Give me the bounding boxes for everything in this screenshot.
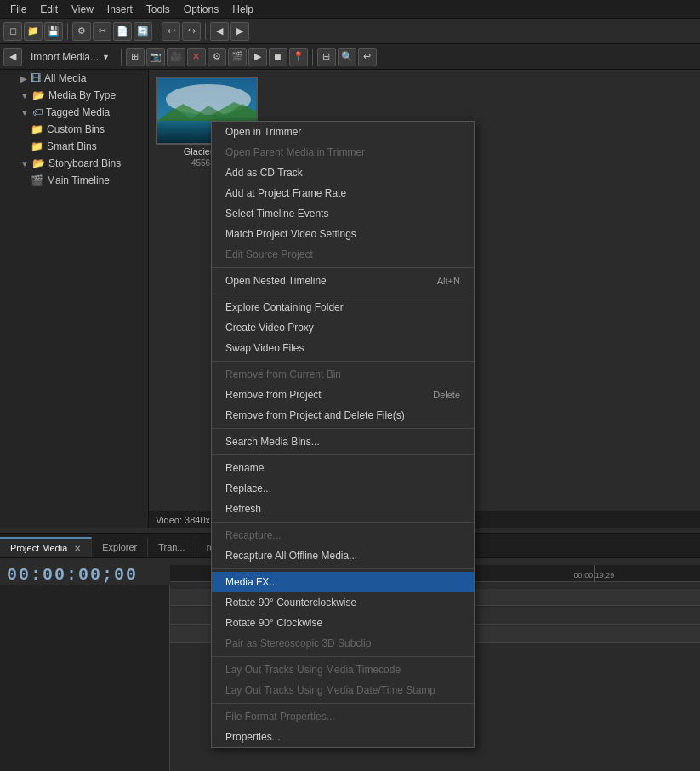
tab-transitions[interactable]: Tran... — [148, 537, 196, 557]
tb-copy[interactable]: 📄 — [113, 22, 132, 41]
ctx-refresh[interactable]: Refresh — [212, 499, 474, 519]
ctx-remove-delete-files[interactable]: Remove from Project and Delete File(s) — [212, 405, 474, 425]
ctx-properties-label: Properties... — [225, 731, 281, 743]
ctx-file-format-properties: File Format Properties... — [212, 706, 474, 727]
sidebar-item-all-media[interactable]: ▶ 🎞 All Media — [0, 70, 148, 87]
toolbar-secondary: ◀ Import Media... ▼ ⊞ 📷 🎥 ✕ ⚙ 🎬 ▶ ⏹ 📍 ⊟ … — [0, 44, 700, 70]
tagged-media-expand-icon: ▼ — [20, 108, 29, 117]
ctx-pair-stereoscopic: Pair as Stereoscopic 3D Subclip — [212, 633, 474, 654]
ctx-rotate-ccw[interactable]: Rotate 90° Counterclockwise — [212, 592, 474, 613]
tb-open[interactable]: 📁 — [24, 22, 43, 41]
ctx-search-media-bins[interactable]: Search Media Bins... — [212, 431, 474, 452]
sidebar-item-media-by-type[interactable]: ▼ 📂 Media By Type — [0, 87, 148, 104]
tb-settings[interactable]: ⚙ — [72, 22, 91, 41]
menu-options[interactable]: Options — [177, 2, 225, 17]
ctx-edit-source-project-label: Edit Source Project — [225, 248, 313, 260]
sep2 — [157, 23, 157, 40]
ctx-swap-video-files[interactable]: Swap Video Files — [212, 338, 474, 358]
sidebar-item-smart-bins[interactable]: 📁 Smart Bins — [0, 138, 148, 155]
import-media-btn[interactable]: Import Media... ▼ — [24, 49, 117, 65]
ctx-create-video-proxy[interactable]: Create Video Proxy — [212, 317, 474, 338]
ctx-sep1 — [212, 267, 474, 268]
tab-explorer-label: Explorer — [102, 542, 137, 552]
sidebar-item-tagged-media[interactable]: ▼ 🏷 Tagged Media — [0, 104, 148, 121]
tb-grid[interactable]: ⊞ — [126, 48, 145, 66]
tb-config[interactable]: ⚙ — [208, 48, 226, 66]
tb-camera[interactable]: 📷 — [146, 48, 165, 66]
tb-stop[interactable]: ⏹ — [269, 48, 287, 66]
ctx-rotate-cw[interactable]: Rotate 90° Clockwise — [212, 613, 474, 633]
main-layout: ▶ 🎞 All Media ▼ 📂 Media By Type ▼ 🏷 Tagg… — [0, 70, 700, 528]
tb-film[interactable]: 🎬 — [228, 48, 247, 66]
ctx-remove-from-project[interactable]: Remove from Project Delete — [212, 385, 474, 405]
ctx-recapture-all-offline-label: Recapture All Offline Media... — [225, 550, 357, 562]
menu-view[interactable]: View — [65, 2, 100, 17]
ctx-media-fx[interactable]: Media FX... — [212, 572, 474, 592]
media-by-type-label: Media By Type — [48, 89, 116, 101]
menu-file[interactable]: File — [3, 2, 33, 17]
menu-edit[interactable]: Edit — [33, 2, 65, 17]
ctx-add-at-frame-rate[interactable]: Add at Project Frame Rate — [212, 183, 474, 203]
sidebar-item-custom-bins[interactable]: 📁 Custom Bins — [0, 121, 148, 138]
ctx-open-nested-timeline[interactable]: Open Nested Timeline Alt+N — [212, 271, 474, 291]
ctx-match-project-video[interactable]: Match Project Video Settings — [212, 224, 474, 244]
custom-bins-label: Custom Bins — [47, 123, 105, 135]
ctx-lay-out-timecode: Lay Out Tracks Using Media Timecode — [212, 660, 474, 680]
tb-prev[interactable]: ◀ — [210, 22, 229, 41]
storyboard-bins-icon: 📂 — [32, 157, 45, 169]
ctx-rotate-ccw-label: Rotate 90° Counterclockwise — [225, 597, 356, 608]
tb-marker[interactable]: 📍 — [289, 48, 308, 66]
tb-redo[interactable]: ↪ — [182, 22, 201, 41]
menu-tools[interactable]: Tools — [139, 2, 177, 17]
ctx-remove-delete-files-label: Remove from Project and Delete File(s) — [225, 409, 405, 421]
ctx-recapture: Recapture... — [212, 525, 474, 545]
video-info: Video: 3840x — [156, 515, 210, 525]
sep5 — [312, 49, 313, 66]
tab-explorer[interactable]: Explorer — [92, 537, 148, 557]
smart-bins-label: Smart Bins — [47, 140, 97, 152]
ctx-select-timeline-events[interactable]: Select Timeline Events — [212, 203, 474, 224]
ctx-sep2 — [212, 294, 474, 294]
ctx-select-timeline-events-label: Select Timeline Events — [225, 208, 328, 220]
ctx-refresh-label: Refresh — [225, 503, 261, 515]
tb-search[interactable]: 🔍 — [338, 48, 356, 66]
ctx-sep4 — [212, 428, 474, 429]
tb-undo[interactable]: ↩ — [162, 22, 180, 41]
context-menu: Open in Trimmer Open Parent Media in Tri… — [211, 121, 475, 748]
menu-help[interactable]: Help — [225, 2, 260, 17]
tb-layout[interactable]: ⊟ — [317, 48, 336, 66]
menu-insert[interactable]: Insert — [100, 2, 139, 17]
tb-reset[interactable]: ↩ — [358, 48, 377, 66]
ctx-recapture-label: Recapture... — [225, 529, 281, 541]
ctx-add-cd-track-label: Add as CD Track — [225, 167, 303, 179]
tab-project-media-label: Project Media — [10, 543, 67, 553]
tb-back[interactable]: ◀ — [3, 48, 22, 66]
menu-bar: File Edit View Insert Tools Options Help — [0, 0, 700, 19]
ctx-replace[interactable]: Replace... — [212, 478, 474, 499]
sidebar-item-main-timeline[interactable]: 🎬 Main Timeline — [0, 172, 148, 189]
tab-project-media[interactable]: Project Media ✕ — [0, 537, 92, 557]
ctx-sep6 — [212, 522, 474, 523]
tab-project-media-close[interactable]: ✕ — [74, 544, 81, 553]
tb-next[interactable]: ▶ — [230, 22, 249, 41]
main-timeline-label: Main Timeline — [47, 174, 110, 186]
import-dropdown-icon[interactable]: ▼ — [102, 53, 110, 61]
ctx-add-cd-track[interactable]: Add as CD Track — [212, 163, 474, 183]
toolbar-main: ◻ 📁 💾 ⚙ ✂ 📄 🔄 ↩ ↪ ◀ ▶ — [0, 19, 700, 44]
tb-cut[interactable]: ✂ — [93, 22, 111, 41]
ctx-properties[interactable]: Properties... — [212, 727, 474, 747]
tb-new[interactable]: ◻ — [3, 22, 22, 41]
ctx-lay-out-datetime: Lay Out Tracks Using Media Date/Time Sta… — [212, 680, 474, 700]
ctx-recapture-all-offline[interactable]: Recapture All Offline Media... — [212, 545, 474, 566]
custom-bins-icon: 📁 — [31, 123, 43, 135]
tb-save[interactable]: 💾 — [44, 22, 63, 41]
ctx-explore-containing-folder[interactable]: Explore Containing Folder — [212, 297, 474, 317]
tb-close[interactable]: ✕ — [187, 48, 206, 66]
tb-video[interactable]: 🎥 — [167, 48, 185, 66]
ctx-sep9 — [212, 703, 474, 704]
tb-refresh[interactable]: 🔄 — [134, 22, 152, 41]
tb-play[interactable]: ▶ — [248, 48, 267, 66]
ctx-rename[interactable]: Rename — [212, 458, 474, 478]
sidebar-item-storyboard-bins[interactable]: ▼ 📂 Storyboard Bins — [0, 155, 148, 172]
ctx-open-in-trimmer[interactable]: Open in Trimmer — [212, 122, 474, 142]
